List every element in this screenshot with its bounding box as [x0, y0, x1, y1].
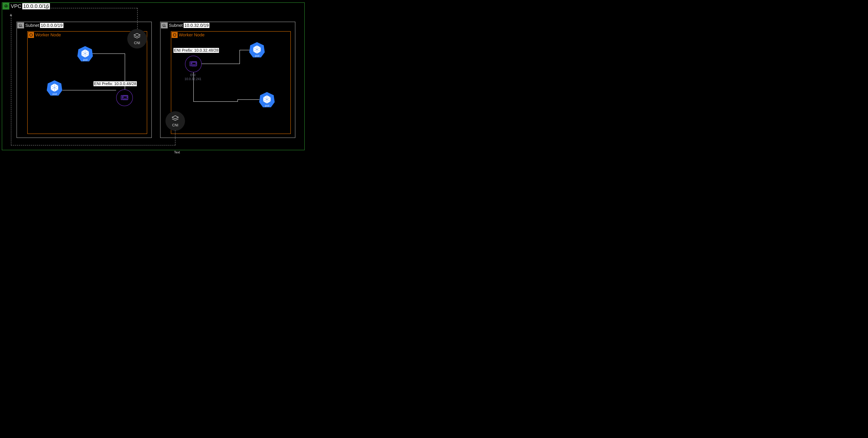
pod-3-label: pod: [255, 54, 259, 57]
subnet-1-label: Subnet 10.0.0.0/19: [17, 23, 63, 28]
cni-1-node: CNI: [127, 29, 147, 48]
eni-2-node: [185, 56, 202, 72]
cloud-lock-icon: [3, 3, 9, 9]
connector: [92, 54, 125, 54]
connector: [240, 50, 240, 64]
diagram-canvas: VPC 10.0.0.0/16 Subnet 10.0.0.0/19 Worke…: [0, 0, 308, 156]
subnet-1-title: Subnet: [25, 23, 39, 28]
connector: [62, 90, 116, 91]
cni-1-label: CNI: [134, 41, 140, 45]
vpc-title: VPC: [11, 3, 21, 9]
chip-icon: [172, 32, 178, 38]
pod-2-label: pod: [53, 92, 57, 95]
worker-1-label: Worker Node: [28, 32, 61, 38]
pod-1-label: pod: [83, 58, 88, 61]
eni-2-prefix-val: 10.0.32.48/28: [194, 48, 218, 53]
connector: [193, 101, 238, 102]
dashed-route: [11, 145, 176, 145]
dashed-route: [11, 16, 11, 145]
vpc-label: VPC 10.0.0.0/16: [3, 3, 50, 9]
worker-2-label: Worker Node: [172, 32, 205, 38]
layers-icon: [171, 115, 180, 123]
dashed-route: [137, 8, 137, 29]
svg-rect-1: [30, 34, 32, 36]
cni-2-label: CNI: [172, 123, 178, 127]
cni-2-node: CNI: [165, 111, 185, 131]
cloud-net-icon: [161, 23, 168, 28]
subnet-1-cidr: 10.0.0.0/19: [40, 23, 63, 28]
subnet-2-label: Subnet 10.0.32.0/19: [161, 23, 210, 28]
connector: [201, 64, 240, 64]
eni-2-prefix-key: ENI Prefix:: [174, 48, 193, 53]
worker-2-title: Worker Node: [179, 32, 205, 38]
eni-2-ip: 10.0.32.241: [184, 77, 202, 81]
dashed-route: [175, 130, 176, 145]
eni-1-prefix-val: 10.0.0.48/28: [114, 81, 136, 86]
eni-1-prefix-key: ENI Prefix:: [94, 81, 113, 86]
eni-2-sublabel: ENI 10.0.32.241: [184, 73, 202, 81]
eni-2-name: ENI: [184, 73, 202, 77]
chip-icon: [28, 32, 34, 38]
footer-text: Text: [173, 150, 181, 154]
svg-rect-10: [192, 62, 196, 64]
eni-1-prefix: ENI Prefix: 10.0.0.48/28: [93, 81, 137, 86]
eni-1-node: [116, 90, 133, 106]
worker-2-container: [171, 31, 291, 134]
arrow-icon: [45, 7, 47, 9]
cloud-net-icon: [17, 23, 24, 28]
worker-1-title: Worker Node: [35, 32, 61, 38]
connector: [238, 99, 259, 100]
eni-2-prefix: ENI Prefix: 10.0.32.48/28: [174, 48, 219, 53]
dashed-route: [47, 8, 137, 8]
svg-rect-8: [123, 96, 127, 98]
pod-4-label: pod: [265, 104, 269, 107]
svg-rect-2: [174, 34, 176, 36]
layers-icon: [133, 33, 142, 40]
subnet-2-title: Subnet: [169, 23, 183, 28]
subnet-2-cidr: 10.0.32.0/19: [184, 23, 210, 28]
arrow-icon: [10, 14, 12, 16]
